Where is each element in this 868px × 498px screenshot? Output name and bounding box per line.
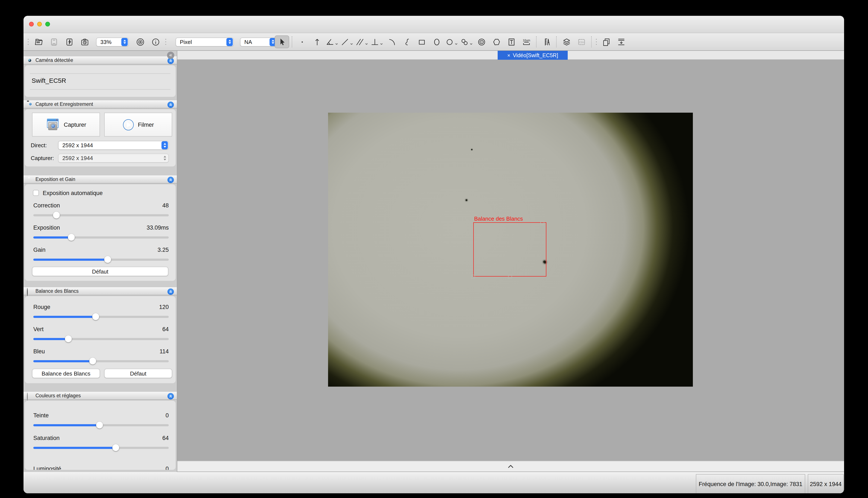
angle-tool-button[interactable] <box>325 36 339 48</box>
slider-thumb[interactable] <box>104 256 111 263</box>
copy-button[interactable] <box>599 36 613 48</box>
caliper-tool-button[interactable] <box>539 36 553 48</box>
export-button[interactable] <box>614 36 628 48</box>
capture-resolution-select[interactable]: 2592 x 1944 <box>58 154 169 162</box>
exposure-default-button[interactable]: Défaut <box>32 267 168 276</box>
caliper-icon <box>542 37 551 46</box>
green-slider[interactable] <box>33 338 169 340</box>
slider-row: Bleu 114 <box>33 348 169 355</box>
ellipse-tool-button[interactable] <box>429 36 444 48</box>
scale-bar-icon: 10um <box>522 37 531 46</box>
roi-handle[interactable] <box>540 221 544 225</box>
text-tool-button[interactable] <box>504 36 519 48</box>
capture-button[interactable]: Capturer <box>32 113 100 136</box>
white-balance-default-button[interactable]: Défaut <box>104 369 172 378</box>
minimize-window-button[interactable] <box>37 22 42 26</box>
line-tool-button[interactable] <box>340 36 354 48</box>
toolbar-measure-group: 10um CSV <box>275 33 628 50</box>
collapse-panel-button[interactable] <box>167 176 174 183</box>
live-resolution-select[interactable]: 2592 x 1944 <box>58 141 169 150</box>
rectangle-tool-button[interactable] <box>414 36 429 48</box>
sidebar-collapse-button[interactable]: « <box>167 52 174 59</box>
close-window-button[interactable] <box>29 22 34 26</box>
slider-value: 48 <box>162 202 169 208</box>
parallel-tool-button[interactable] <box>355 36 369 48</box>
cursor-tool-button[interactable] <box>275 36 289 48</box>
slider-thumb[interactable] <box>65 336 72 342</box>
white-balance-roi[interactable]: Balance des Blancs <box>473 222 546 276</box>
stepper-icon[interactable] <box>226 38 233 46</box>
circle-tool-button[interactable] <box>444 36 459 48</box>
polygon-tool-button[interactable] <box>489 36 503 48</box>
maximize-window-button[interactable] <box>45 22 50 26</box>
slider-thumb[interactable] <box>89 358 96 365</box>
camera-icon <box>27 101 33 107</box>
slider-thumb[interactable] <box>96 422 103 429</box>
exposure-slider[interactable] <box>33 236 169 238</box>
close-tab-icon[interactable]: × <box>507 52 510 58</box>
toolbar-separator-dots <box>596 39 597 45</box>
slider-row: Correction 48 <box>33 201 169 209</box>
zoom-select[interactable]: 33% <box>96 37 129 46</box>
chevron-down-icon <box>350 38 353 45</box>
unit-select[interactable]: Pixel <box>176 37 234 46</box>
capture-resolution-label: Capturer: <box>31 154 54 162</box>
bottom-panel-toggle[interactable] <box>177 461 844 472</box>
curve-tool-button[interactable] <box>399 36 414 48</box>
perpendicular-tool-button[interactable] <box>370 36 384 48</box>
collapse-panel-button[interactable] <box>167 101 174 108</box>
stepper-icon[interactable] <box>121 38 128 46</box>
copy-icon <box>602 37 611 46</box>
roi-handle[interactable] <box>508 275 512 279</box>
collapse-panel-button[interactable] <box>167 288 174 294</box>
auto-exposure-checkbox[interactable] <box>33 190 39 196</box>
saturation-slider[interactable] <box>33 447 169 449</box>
viewport-background: Balance des Blancs <box>177 60 844 461</box>
snapshot-button[interactable] <box>62 36 76 48</box>
save-button <box>47 36 61 48</box>
open-folder-button[interactable] <box>31 36 46 48</box>
roi-handle[interactable] <box>471 275 475 279</box>
slider-thumb[interactable] <box>68 234 75 241</box>
blue-slider[interactable] <box>33 360 169 362</box>
slider-thumb[interactable] <box>53 212 60 219</box>
panel-header-white-balance[interactable]: Balance des Blancs <box>24 287 177 295</box>
stepper-icon[interactable] <box>162 141 168 149</box>
white-balance-button[interactable]: Balance des Blancs <box>32 369 100 378</box>
scale-bar-tool-button[interactable]: 10um <box>519 36 534 48</box>
camera-list-item[interactable]: Swift_EC5R <box>31 77 66 84</box>
hue-slider[interactable] <box>33 424 169 426</box>
panel-header-colors[interactable]: Couleurs et réglages <box>24 391 177 400</box>
panel-header-camera[interactable]: Caméra détectée <box>24 56 177 64</box>
panel-header-exposure[interactable]: Exposition et Gain <box>24 175 177 183</box>
live-resolution-label: Direct: <box>31 141 47 150</box>
divider <box>30 74 170 74</box>
magnification-select[interactable]: NA <box>240 37 277 46</box>
record-button[interactable]: Filmer <box>104 113 172 136</box>
linked-circles-tool-button[interactable] <box>459 36 474 48</box>
gain-slider[interactable] <box>33 259 169 261</box>
timed-capture-button[interactable] <box>77 36 92 48</box>
correction-slider[interactable] <box>33 214 169 216</box>
point-tool-button[interactable] <box>295 36 309 48</box>
info-button[interactable] <box>148 36 163 48</box>
concentric-circles-tool-button[interactable] <box>474 36 489 48</box>
panel-header-capture[interactable]: Capture et Enregistrement <box>24 100 177 108</box>
red-slider[interactable] <box>33 316 169 318</box>
main-viewport: × Vidéo[Swift_EC5R] Balance des Blancs <box>177 51 844 472</box>
arrow-tool-button[interactable] <box>310 36 324 48</box>
layers-button[interactable] <box>559 36 574 48</box>
record-button-label: Filmer <box>138 121 154 128</box>
magnification-value: NA <box>244 39 268 45</box>
panel-title: Exposition et Gain <box>36 177 75 182</box>
slider-value: 3.25 <box>157 247 169 253</box>
slider-value: 64 <box>162 435 169 441</box>
collapse-panel-button[interactable] <box>167 393 174 399</box>
slider-thumb[interactable] <box>92 313 99 320</box>
live-video-image[interactable]: Balance des Blancs <box>328 113 693 386</box>
settings-button[interactable] <box>133 36 148 48</box>
slider-thumb[interactable] <box>113 444 119 451</box>
title-bar[interactable] <box>24 16 844 33</box>
arc-tool-button[interactable] <box>384 36 399 48</box>
tab-video[interactable]: × Vidéo[Swift_EC5R] <box>498 51 568 60</box>
